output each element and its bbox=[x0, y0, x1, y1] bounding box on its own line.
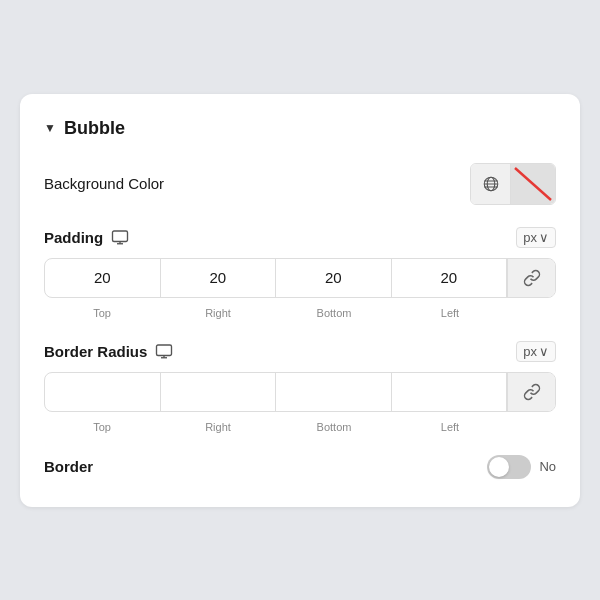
padding-labels: Top Right Bottom Left bbox=[44, 304, 556, 319]
border-radius-bottom-input[interactable] bbox=[284, 383, 383, 400]
border-radius-label: Border Radius bbox=[44, 343, 147, 360]
collapse-chevron[interactable]: ▼ bbox=[44, 121, 56, 135]
link-icon bbox=[523, 269, 541, 287]
padding-link-button[interactable] bbox=[507, 259, 555, 297]
border-radius-unit-chevron: ∨ bbox=[539, 344, 549, 359]
border-radius-bottom-label: Bottom bbox=[276, 418, 392, 433]
link-icon-2 bbox=[523, 383, 541, 401]
no-color-icon bbox=[511, 164, 555, 204]
svg-rect-6 bbox=[113, 231, 128, 242]
border-radius-input-grid bbox=[44, 372, 556, 412]
border-radius-unit-selector[interactable]: px ∨ bbox=[516, 341, 556, 362]
globe-icon bbox=[482, 175, 500, 193]
padding-label-group: Padding bbox=[44, 228, 129, 246]
svg-rect-9 bbox=[157, 345, 172, 356]
border-label: Border bbox=[44, 458, 93, 475]
border-toggle-wrapper: No bbox=[487, 455, 556, 479]
border-toggle[interactable] bbox=[487, 455, 531, 479]
panel-title: Bubble bbox=[64, 118, 125, 139]
padding-unit-chevron: ∨ bbox=[539, 230, 549, 245]
border-radius-header: Border Radius px ∨ bbox=[44, 341, 556, 362]
border-radius-left-input[interactable] bbox=[400, 383, 499, 400]
color-controls bbox=[470, 163, 556, 205]
border-radius-left-label: Left bbox=[392, 418, 508, 433]
border-radius-bottom-cell bbox=[276, 373, 392, 411]
toggle-knob bbox=[489, 457, 509, 477]
svg-line-5 bbox=[515, 168, 551, 200]
border-row: Border No bbox=[44, 455, 556, 479]
bg-color-label: Background Color bbox=[44, 175, 164, 192]
global-color-button[interactable] bbox=[471, 164, 511, 204]
padding-top-cell bbox=[45, 259, 161, 297]
padding-right-label: Right bbox=[160, 304, 276, 319]
padding-section: Padding px ∨ bbox=[44, 227, 556, 319]
padding-left-input[interactable] bbox=[400, 269, 499, 286]
border-toggle-text: No bbox=[539, 459, 556, 474]
padding-unit-label: px bbox=[523, 230, 537, 245]
padding-top-input[interactable] bbox=[53, 269, 152, 286]
border-radius-section: Border Radius px ∨ bbox=[44, 341, 556, 433]
border-radius-left-cell bbox=[392, 373, 508, 411]
bubble-panel: ▼ Bubble Background Color bbox=[20, 94, 580, 507]
border-radius-right-input[interactable] bbox=[169, 383, 268, 400]
padding-bottom-cell bbox=[276, 259, 392, 297]
border-radius-unit-label: px bbox=[523, 344, 537, 359]
padding-left-label: Left bbox=[392, 304, 508, 319]
border-radius-link-button[interactable] bbox=[507, 373, 555, 411]
panel-title-row: ▼ Bubble bbox=[44, 118, 556, 139]
padding-header: Padding px ∨ bbox=[44, 227, 556, 248]
border-radius-top-label: Top bbox=[44, 418, 160, 433]
padding-right-input[interactable] bbox=[169, 269, 268, 286]
padding-right-cell bbox=[161, 259, 277, 297]
padding-input-grid bbox=[44, 258, 556, 298]
border-radius-labels: Top Right Bottom Left bbox=[44, 418, 556, 433]
border-radius-monitor-icon[interactable] bbox=[155, 342, 173, 360]
border-radius-right-cell bbox=[161, 373, 277, 411]
color-swatch[interactable] bbox=[511, 164, 555, 204]
border-radius-top-input[interactable] bbox=[53, 383, 152, 400]
padding-monitor-icon[interactable] bbox=[111, 228, 129, 246]
padding-unit-selector[interactable]: px ∨ bbox=[516, 227, 556, 248]
border-radius-label-group: Border Radius bbox=[44, 342, 173, 360]
bg-color-row: Background Color bbox=[44, 163, 556, 205]
border-radius-right-label: Right bbox=[160, 418, 276, 433]
padding-left-cell bbox=[392, 259, 508, 297]
padding-top-label: Top bbox=[44, 304, 160, 319]
padding-bottom-input[interactable] bbox=[284, 269, 383, 286]
border-radius-top-cell bbox=[45, 373, 161, 411]
padding-label: Padding bbox=[44, 229, 103, 246]
padding-bottom-label: Bottom bbox=[276, 304, 392, 319]
